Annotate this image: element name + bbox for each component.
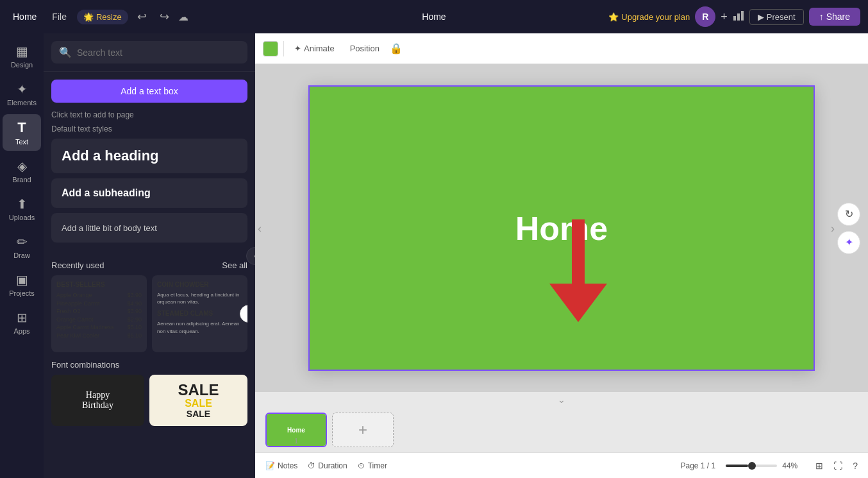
coin-chowder-preview: COIN CHOWDER Aqua et lacus, heading a ti… bbox=[157, 280, 242, 335]
grid-view-button[interactable]: ⊞ bbox=[815, 461, 823, 471]
add-textbox-button[interactable]: Add a text box bbox=[51, 80, 247, 103]
menu-preview: BEST-SELLERS Apple Orange$3.90 Pineapple… bbox=[56, 280, 142, 340]
design-icon: ▦ bbox=[16, 44, 28, 59]
menu-item-6: Pear Kiwi Cooler$5.10 bbox=[56, 332, 142, 340]
sidebar-item-brand[interactable]: ◈ Brand bbox=[3, 153, 41, 189]
duration-button[interactable]: ⏱ Duration bbox=[308, 461, 347, 470]
sidebar-item-label: Projects bbox=[9, 289, 35, 297]
zoom-knob[interactable] bbox=[748, 462, 756, 470]
animate-button[interactable]: ✦ Animate bbox=[289, 41, 340, 56]
panel-search: 🔍 bbox=[44, 33, 255, 72]
scroll-right-button[interactable]: › bbox=[831, 221, 835, 235]
sidebar-item-design[interactable]: ▦ Design bbox=[3, 38, 41, 74]
zoom-controls: 44% bbox=[726, 461, 805, 470]
present-button[interactable]: ▶ Present bbox=[749, 9, 804, 25]
topbar-left: Home File 🌟 Resize ↩ ↪ ☁ bbox=[8, 7, 288, 26]
cloud-save-button[interactable]: ☁ bbox=[178, 11, 188, 23]
redo-button[interactable]: ↪ bbox=[156, 7, 173, 26]
fullscreen-button[interactable]: ⛶ bbox=[833, 461, 842, 471]
timer-button[interactable]: ⏲ Timer bbox=[358, 461, 387, 470]
upgrade-button[interactable]: ⭐ Upgrade your plan bbox=[608, 12, 690, 22]
help-button[interactable]: ? bbox=[853, 461, 858, 471]
sale-text2: SALE bbox=[185, 398, 212, 409]
coin-chowder-title: COIN CHOWDER bbox=[157, 280, 242, 289]
color-swatch[interactable] bbox=[263, 41, 278, 56]
sidebar-item-label: Brand bbox=[12, 176, 31, 184]
sidebar-item-apps[interactable]: ⊞ Apps bbox=[3, 305, 41, 340]
brand-icon: ◈ bbox=[17, 158, 27, 174]
resize-button[interactable]: 🌟 Resize bbox=[77, 10, 128, 24]
refresh-button[interactable]: ↻ bbox=[837, 203, 860, 226]
heading-style-item[interactable]: Add a heading bbox=[51, 139, 247, 173]
sidebar-item-label: Elements bbox=[7, 99, 37, 107]
duration-icon: ⏱ bbox=[308, 461, 315, 470]
body-style-item[interactable]: Add a little bit of body text bbox=[51, 213, 247, 243]
design-canvas[interactable]: Home bbox=[308, 85, 815, 371]
magic-button[interactable]: ✦ bbox=[837, 231, 860, 254]
sidebar-item-text[interactable]: T Text bbox=[3, 114, 41, 151]
sidebar-item-label: Uploads bbox=[9, 214, 35, 221]
add-collaborator-button[interactable]: + bbox=[721, 10, 728, 24]
font-combinations-label: Font combinations bbox=[44, 352, 255, 375]
home-button[interactable]: Home bbox=[8, 9, 42, 24]
file-button[interactable]: File bbox=[47, 9, 72, 24]
search-input[interactable] bbox=[77, 47, 240, 58]
draw-icon: ✏ bbox=[17, 234, 28, 250]
sidebar-item-draw[interactable]: ✏ Draw bbox=[3, 229, 41, 264]
birthday-text: HappyBirthday bbox=[82, 390, 113, 411]
topbar: Home File 🌟 Resize ↩ ↪ ☁ Home ⭐ Upgrade … bbox=[0, 0, 868, 33]
svg-rect-1 bbox=[737, 13, 740, 21]
coin-chowder-desc: Aqua et lacus, heading a tincidunt in or… bbox=[157, 291, 242, 305]
sidebar-item-label: Text bbox=[15, 138, 28, 146]
topbar-center: Home bbox=[294, 12, 574, 22]
canvas-viewport: Home ↻ ✦ ‹ › bbox=[255, 64, 868, 392]
svg-rect-0 bbox=[733, 16, 736, 21]
slides-bar: Home 1 + bbox=[255, 407, 868, 452]
font-combo-sale[interactable]: SALE SALE SALE bbox=[149, 375, 247, 426]
see-all-link[interactable]: See all bbox=[222, 260, 247, 270]
search-box: 🔍 bbox=[51, 41, 247, 64]
default-styles-label: Default text styles bbox=[51, 124, 247, 133]
heading-label: Add a heading bbox=[62, 148, 159, 164]
sidebar-item-label: Draw bbox=[13, 252, 30, 259]
font-combo-area: HappyBirthday SALE SALE SALE bbox=[44, 375, 255, 426]
steamed-clams-desc: Aenean non adipiscing erat. Aenean non v… bbox=[157, 320, 242, 334]
red-arrow-decoration bbox=[537, 213, 620, 331]
zoom-bar-fill bbox=[726, 465, 748, 467]
undo-button[interactable]: ↩ bbox=[133, 7, 151, 26]
present-icon: ▶ bbox=[758, 12, 764, 22]
font-preview-area: BEST-SELLERS Apple Orange$3.90 Pineapple… bbox=[44, 275, 255, 352]
projects-icon: ▣ bbox=[16, 272, 28, 287]
recently-used-header: Recently used See all bbox=[44, 255, 255, 275]
home-center-button[interactable]: Home bbox=[422, 12, 446, 22]
elements-icon: ✦ bbox=[17, 81, 28, 97]
add-slide-button[interactable]: + bbox=[332, 413, 394, 447]
sidebar-item-projects[interactable]: ▣ Projects bbox=[3, 267, 41, 302]
steamed-clams-title: STEAMED CLAMS bbox=[157, 309, 242, 318]
scroll-left-button[interactable]: ‹ bbox=[258, 221, 262, 235]
notes-button[interactable]: 📝 Notes bbox=[265, 461, 297, 470]
analytics-button[interactable] bbox=[733, 10, 744, 24]
main-area: ▦ Design ✦ Elements T Text ◈ Brand ⬆ Upl… bbox=[0, 33, 868, 478]
avatar[interactable]: R bbox=[695, 6, 715, 27]
menu-title: BEST-SELLERS bbox=[56, 280, 142, 289]
sidebar-item-uploads[interactable]: ⬆ Uploads bbox=[3, 191, 41, 226]
menu-item-4: Orange Carrot$2.90 bbox=[56, 316, 142, 324]
body-label: Add a little bit of body text bbox=[62, 223, 157, 233]
subheading-style-item[interactable]: Add a subheading bbox=[51, 178, 247, 208]
canvas-toolbar: ✦ Animate Position 🔒 bbox=[255, 33, 868, 64]
share-button[interactable]: ↑ Share bbox=[809, 8, 860, 26]
sidebar-item-label: Apps bbox=[13, 327, 29, 335]
click-to-add-section: Click text to add to page Default text s… bbox=[44, 110, 255, 255]
slide-thumb-1[interactable]: Home 1 bbox=[265, 413, 327, 447]
topbar-right: ⭐ Upgrade your plan R + ▶ Present ↑ Shar… bbox=[580, 6, 860, 27]
font-preview-card-left[interactable]: BEST-SELLERS Apple Orange$3.90 Pineapple… bbox=[51, 275, 147, 352]
upload-icon: ↑ bbox=[819, 12, 824, 22]
font-preview-card-right[interactable]: COIN CHOWDER Aqua et lacus, heading a ti… bbox=[152, 275, 247, 352]
zoom-bar[interactable] bbox=[726, 465, 777, 467]
page-info: Page 1 / 1 bbox=[680, 461, 715, 470]
sidebar-item-elements[interactable]: ✦ Elements bbox=[3, 76, 41, 112]
position-button[interactable]: Position bbox=[345, 41, 385, 56]
text-panel: 🔍 Add a text box Click text to add to pa… bbox=[44, 33, 255, 478]
font-combo-birthday[interactable]: HappyBirthday bbox=[51, 375, 144, 426]
